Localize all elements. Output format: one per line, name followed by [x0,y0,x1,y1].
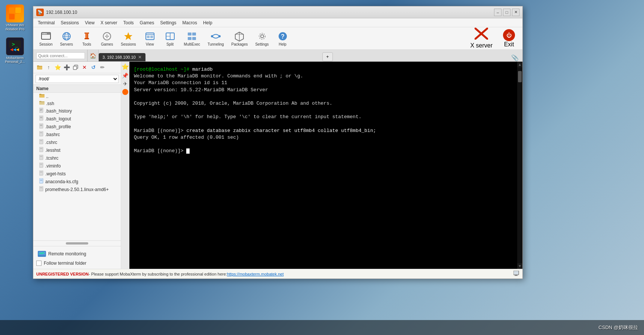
sidebar-refresh-btn[interactable]: ↺ [89,63,98,71]
file-item-viminfo[interactable]: .viminfo [33,162,121,170]
mini-star-icon[interactable]: ⭐ [122,63,129,70]
menu-settings[interactable]: Settings [157,19,179,26]
toolbar-multiexec[interactable]: MultiExec [181,29,203,48]
exit-icon: ⏻ [503,29,515,41]
toolbar-session[interactable]: Session [36,29,56,48]
terminal-line-9: MariaDB [(none)]> create database zabbix… [134,127,518,134]
file-item-wget-hsts[interactable]: .wget-hsts [33,170,121,178]
sidebar-toolbar: ↑ ⭐ ➕ ✕ ↺ ✏ [33,62,121,73]
exit-label: Exit [504,41,514,48]
toolbar-packages[interactable]: Packages [229,29,251,48]
menu-xserver[interactable]: X server [98,19,120,26]
remote-monitoring-button[interactable]: Remote monitoring [36,249,118,258]
scrollbar-down-arrow[interactable]: ▼ [517,263,522,269]
toolbar-tunneling[interactable]: Tunneling [205,29,227,48]
svg-point-14 [45,33,46,34]
terminal-line-4: Server version: 10.5.22-MariaDB MariaDB … [134,87,518,93]
close-button[interactable]: ✕ [512,9,519,16]
terminal-mariadb-prompt-2: MariaDB [(none)]> [134,148,186,154]
toolbar-help[interactable]: ? Help [273,29,292,48]
terminal-line-8: Type 'help;' or '\h' for help. Type '\c'… [134,114,518,120]
xserver-button[interactable]: X server [466,26,497,50]
file-item-bash-logout[interactable]: .bash_logout [33,115,121,123]
mini-plane-icon[interactable]: ✈ [123,81,128,87]
file-item-prometheus[interactable]: prometheus-2.50.1.linux-amd6+ [33,185,121,193]
file-item-bashrc[interactable]: .bashrc [33,130,121,138]
sidebar-copy-btn[interactable] [71,63,80,71]
split-icon [164,30,176,42]
menu-macros[interactable]: Macros [180,19,200,26]
file-item-cshrc[interactable]: .cshrc [33,138,121,146]
session-tab[interactable]: 3. 192.168.100.10 ✕ [99,53,145,61]
tab-label: 3. 192.168.100.10 [102,55,136,59]
file-doc-icon [39,155,44,161]
file-item-parent[interactable]: .. [33,93,121,100]
terminal-text-3: Your MariaDB connection id is 11 [134,80,227,86]
servers-label: Servers [60,42,73,46]
toolbar-settings[interactable]: Settings [252,29,272,48]
status-unregistered-text: UNREGISTERED VERSION [36,272,89,276]
file-name: .bash_logout [45,116,71,122]
toolbar-view[interactable]: View [141,29,159,48]
scrollbar-up-arrow[interactable]: ▲ [517,62,522,67]
sidebar-folder-btn[interactable] [36,63,44,71]
svg-rect-3 [15,14,21,19]
menu-view[interactable]: View [82,19,98,26]
toolbar-tools[interactable]: Tools [77,29,96,48]
quick-connect-input[interactable] [36,52,85,59]
status-bar: UNREGISTERED VERSION - Please support Mo… [33,269,522,279]
file-item-bash-profile[interactable]: .bash_profile [33,123,121,130]
exit-button[interactable]: ⏻ Exit [499,28,519,49]
file-item-lesshst[interactable]: .lesshst [33,146,121,154]
terminal-text-2: Welcome to the MariaDB monitor. Commands… [134,73,303,79]
follow-folder-checkbox[interactable] [36,261,42,266]
sessions-icon [122,30,134,42]
toolbar-servers[interactable]: Servers [57,29,76,48]
minimize-button[interactable]: – [494,9,502,16]
maximize-button[interactable]: □ [503,9,510,16]
menu-tools[interactable]: Tools [120,19,137,26]
home-tab-icon[interactable]: 🏠 [90,53,96,59]
new-tab-button[interactable]: + [322,52,333,61]
sidebar-new-btn[interactable]: ➕ [62,63,71,71]
scrollbar-track[interactable] [517,67,522,263]
sidebar-up-btn[interactable]: ↑ [45,63,53,71]
mini-nav-icon[interactable]: 📌 [122,73,128,79]
sidebar-delete-btn[interactable]: ✕ [80,63,89,71]
vmware-icon[interactable]: VMware Wo rkstation Pro [3,3,27,33]
toolbar-sessions[interactable]: Sessions [118,29,139,48]
menu-games[interactable]: Games [137,19,157,26]
tab-close-icon[interactable]: ✕ [138,55,142,60]
file-list: Name .. [33,85,121,240]
menu-sessions[interactable]: Sessions [58,19,82,26]
svg-rect-54 [73,66,77,70]
menu-help[interactable]: Help [200,19,215,26]
games-label: Games [101,42,113,46]
sidebar-edit-btn[interactable]: ✏ [98,63,107,71]
sidebar-star-btn[interactable]: ⭐ [53,63,62,71]
servers-icon [61,30,73,42]
file-name: .bash_history [45,108,72,114]
file-item-anaconda[interactable]: anaconda-ks.cfg [33,178,121,185]
tools-label: Tools [82,42,91,46]
terminal-content[interactable]: [root@localhost ~]# mariadb Welcome to t… [129,62,522,269]
toolbar-games[interactable]: Games [98,29,116,48]
toolbar-split[interactable]: Split [161,29,180,48]
terminal-scrollbar: ▲ ▼ [517,62,522,269]
file-name: .bash_profile [45,124,71,129]
path-bar: /root/ [33,73,121,85]
path-select[interactable]: /root/ [36,75,119,83]
mobaxterm-icon[interactable]: >_ MobaXtermPersonal_2... [3,36,27,66]
file-item-tcshrc[interactable]: .tcshrc [33,154,121,162]
mini-circle-icon[interactable] [122,89,128,95]
file-item-bash-history[interactable]: .bash_history [33,107,121,115]
status-link[interactable]: https://mobaxterm.mobatek.net [227,272,284,276]
pin-icon[interactable]: 📎 [509,54,521,61]
follow-folder-label: Follow terminal folder [44,261,86,266]
terminal-line-cursor: MariaDB [(none)]> [134,148,518,154]
terminal-line-6: Copyright (c) 2000, 2018, Oracle, MariaD… [134,100,518,107]
menu-terminal[interactable]: Terminal [35,19,58,26]
svg-rect-0 [9,7,15,13]
file-item-ssh[interactable]: .ssh [33,100,121,107]
title-icon: 📡 [36,9,44,16]
